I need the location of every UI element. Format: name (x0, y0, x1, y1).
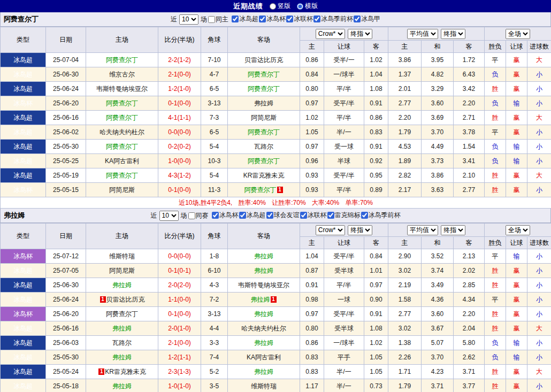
recent-count-select[interactable]: 10 (179, 14, 198, 25)
home-team-name[interactable]: 阿费查尔丁 (106, 99, 138, 107)
scope-select[interactable]: 全场 (506, 225, 530, 235)
league-filter[interactable]: 冰联杯 (300, 211, 327, 220)
away-team-name[interactable]: 弗拉姆 (254, 368, 273, 375)
league-filter-checkbox[interactable] (259, 16, 266, 22)
same-filter-checkbox[interactable] (208, 16, 215, 23)
home-team-name[interactable]: 阿费查尔丁 (106, 143, 138, 150)
bookmaker-select[interactable]: Crow* (316, 29, 345, 39)
away-team-name[interactable]: 弗拉姆 (254, 310, 273, 318)
bookmaker-select[interactable]: Crow* (316, 225, 345, 235)
layout-vertical-option[interactable]: 竖版 (270, 2, 290, 11)
score-cell: 2-1(0-0) (158, 67, 201, 82)
date-cell: 25-05-18 (46, 379, 86, 392)
home-team-name[interactable]: 阿费查尔丁 (106, 172, 138, 179)
goals-cell: 小 (527, 278, 551, 293)
avg-away-cell: 3.41 (454, 154, 485, 168)
home-team-name[interactable]: 维京古尔 (109, 71, 135, 78)
layout-vertical-radio[interactable] (270, 3, 276, 10)
home-team-name[interactable]: 韦斯特曼纳埃亚尔 (96, 85, 148, 93)
league-filter-checkbox[interactable] (239, 212, 246, 219)
league-filter-checkbox[interactable] (327, 212, 334, 219)
home-odds-cell: 0.93 (300, 183, 324, 197)
home-team-name[interactable]: 阿简尼斯 (109, 186, 135, 194)
league-filter-checkbox[interactable] (300, 212, 307, 219)
league-cell: 冰岛超 (1, 365, 46, 379)
home-team-name[interactable]: 弗拉姆 (112, 382, 132, 390)
league-filter[interactable]: 冰岛杯 (211, 211, 239, 220)
league-filter-checkbox[interactable] (232, 16, 239, 22)
away-team-name[interactable]: 阿费查尔丁 (248, 85, 280, 93)
away-team-name[interactable]: 阿费查尔丁 (248, 157, 280, 165)
col-corner-header: 角球 (201, 27, 228, 53)
away-team-name[interactable]: 弗拉姆 (254, 267, 273, 274)
away-team-name[interactable]: 瓦路尔 (254, 143, 273, 150)
away-team-name[interactable]: 阿简尼斯 (251, 114, 277, 121)
league-filter[interactable]: 冰岛超 (239, 211, 266, 220)
league-filter[interactable]: 冰岛甲 (353, 14, 380, 24)
avg-draw-cell: 5.07 (422, 336, 454, 350)
away-team-cell: 弗拉姆 (228, 307, 300, 321)
league-filter[interactable]: 冰岛超 (231, 14, 258, 24)
away-team-name[interactable]: 贝雷达比历克 (244, 56, 283, 64)
away-team-name[interactable]: 韦斯特曼纳埃亚尔 (238, 281, 289, 289)
home-team-name[interactable]: 阿费查尔丁 (106, 114, 138, 121)
home-team-name[interactable]: 瓦路尔 (112, 339, 132, 347)
away-team-name[interactable]: 弗拉姆 (254, 252, 273, 260)
league-filter-checkbox[interactable] (313, 16, 320, 22)
league-filter[interactable]: 冰联杯 (286, 14, 313, 24)
away-team-name[interactable]: 维斯特瑞 (251, 382, 277, 390)
final-index-select[interactable]: 终指 (348, 225, 372, 235)
home-team-name[interactable]: 弗拉姆 (112, 281, 132, 289)
league-filter[interactable]: 冰岛季前杯 (313, 14, 353, 24)
league-filter[interactable]: 冰岛杯 (258, 14, 286, 24)
result-cell: 平 (485, 125, 506, 140)
away-team-name[interactable]: 阿费查尔丁 (248, 71, 280, 78)
home-team-name[interactable]: 弗拉姆 (112, 325, 132, 332)
avg-final-index-select[interactable]: 终指 (441, 225, 465, 235)
away-team-name[interactable]: 弗拉姆 (251, 296, 270, 303)
avg-home-cell: 3.02 (388, 264, 422, 278)
away-team-name[interactable]: 哈夫纳夫约杜尔 (241, 325, 286, 332)
league-cell: 冰岛超 (1, 154, 46, 168)
home-team-name[interactable]: 维斯特瑞 (109, 252, 135, 260)
home-team-name[interactable]: 贝雷达比历克 (106, 296, 145, 303)
avg-away-cell: 2.13 (454, 249, 485, 264)
away-team-name[interactable]: KA阿古雷利 (247, 353, 281, 361)
same-filter[interactable]: 同赛 (188, 211, 209, 220)
league-filter-checkbox[interactable] (286, 16, 293, 22)
avg-final-index-select[interactable]: 终指 (441, 29, 465, 39)
league-filter[interactable]: 冰岛季前杯 (361, 211, 401, 220)
league-filter-checkbox[interactable] (354, 16, 361, 22)
home-team-name[interactable]: 阿简尼斯 (109, 267, 135, 274)
home-odds-cell: 0.83 (300, 350, 324, 365)
same-filter[interactable]: 同主 (208, 15, 228, 24)
average-select[interactable]: 平均值 (407, 225, 438, 235)
date-cell: 25-06-16 (46, 321, 86, 336)
layout-horizontal-radio[interactable] (297, 3, 303, 10)
away-team-name[interactable]: 阿费查尔丁 (248, 128, 280, 136)
league-filter[interactable]: 雷克锦标 (327, 211, 361, 220)
league-filter-checkbox[interactable] (212, 212, 219, 219)
away-team-name[interactable]: KR雷克雅未克 (243, 172, 285, 179)
home-team-name[interactable]: 弗拉姆 (112, 353, 132, 361)
league-filter-checkbox[interactable] (266, 212, 273, 219)
away-team-name[interactable]: 弗拉姆 (254, 339, 273, 347)
average-select[interactable]: 平均值 (407, 29, 438, 39)
result-cell: 胜 (485, 111, 506, 125)
league-filter-checkbox[interactable] (361, 212, 368, 219)
avg-home-cell: 2.77 (388, 307, 422, 321)
home-team-name[interactable]: 阿费查尔丁 (106, 56, 138, 64)
home-team-name[interactable]: KA阿古雷利 (105, 157, 139, 165)
scope-select[interactable]: 全场 (506, 29, 530, 39)
final-index-select[interactable]: 终指 (348, 29, 372, 39)
away-team-name[interactable]: 弗拉姆 (254, 99, 273, 107)
away-team-name[interactable]: 阿费查尔丁 (244, 186, 277, 194)
home-team-name[interactable]: 阿费查尔丁 (106, 310, 138, 318)
layout-horizontal-option[interactable]: 横版 (297, 2, 318, 11)
home-team-name[interactable]: 哈夫纳夫约杜尔 (100, 128, 144, 136)
recent-count-select[interactable]: 10 (159, 211, 179, 221)
same-filter-checkbox[interactable] (188, 212, 195, 219)
league-filter[interactable]: 球会友谊 (266, 211, 300, 220)
corner-cell: 1-8 (201, 249, 228, 264)
home-team-name[interactable]: KR雷克雅未克 (105, 368, 146, 375)
